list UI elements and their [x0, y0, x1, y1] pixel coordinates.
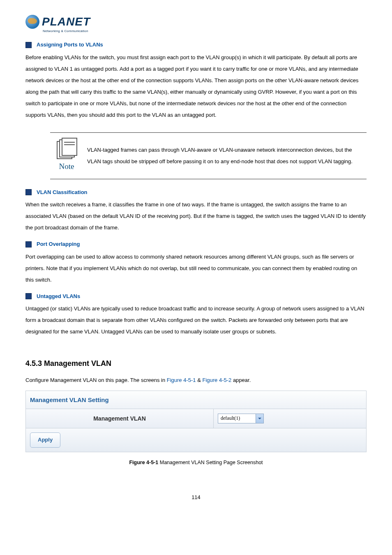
heading-text: VLAN Classification — [37, 187, 88, 198]
brand-logo: PLANET Networking & Communication — [25, 15, 367, 34]
heading-text: Port Overlapping — [37, 239, 80, 250]
heading-untagged-vlans: Untagged VLANs — [25, 291, 367, 302]
heading-vlan-classification: VLAN Classification — [25, 187, 367, 198]
heading-assigning-ports: Assigning Ports to VLANs — [25, 40, 367, 50]
note-text: VLAN-tagged frames can pass through VLAN… — [83, 144, 362, 167]
panel-row-mgmt-vlan: Management VLAN default(1) — [26, 409, 366, 429]
paragraph-mgmt-intro: Configure Management VLAN on this page. … — [25, 376, 367, 385]
figure-caption: Figure 4-5-1 Management VLAN Setting Pag… — [25, 458, 367, 468]
note-callout: Note VLAN-tagged frames can pass through… — [50, 132, 367, 179]
mgmt-vlan-setting-panel: Management VLAN Setting Management VLAN … — [25, 391, 367, 452]
mgmt-vlan-dropdown[interactable]: default(1) — [218, 414, 264, 423]
figure-link-4-5-2[interactable]: Figure 4-5-2 — [202, 377, 231, 383]
brand-tagline: Networking & Communication — [43, 28, 367, 34]
figure-caption-text: Management VLAN Setting Page Screenshot — [158, 460, 263, 465]
figure-caption-number: Figure 4-5-1 — [129, 460, 158, 465]
section-title-mgmt-vlan: 4.5.3 Management VLAN — [25, 356, 367, 370]
note-label: Note — [59, 159, 74, 174]
paragraph-untagged: Untagged (or static) VLANs are typically… — [25, 303, 367, 338]
apply-button-label: Apply — [38, 435, 53, 445]
paragraph-assigning: Before enabling VLANs for the switch, yo… — [25, 52, 367, 121]
heading-text: Assigning Ports to VLANs — [37, 40, 103, 50]
apply-button[interactable]: Apply — [30, 432, 60, 448]
paragraph-overlapping: Port overlapping can be used to allow ac… — [25, 251, 367, 286]
dropdown-value: default(1) — [218, 414, 256, 423]
panel-title: Management VLAN Setting — [26, 391, 366, 409]
page-number: 114 — [25, 493, 367, 503]
heading-text: Untagged VLANs — [37, 291, 80, 302]
square-bullet-icon — [25, 241, 32, 247]
globe-icon — [25, 15, 39, 29]
heading-port-overlapping: Port Overlapping — [25, 239, 367, 250]
square-bullet-icon — [25, 293, 32, 299]
intro-text-post: appear. — [231, 377, 251, 383]
square-bullet-icon — [25, 189, 32, 195]
paragraph-classification: When the switch receives a frame, it cla… — [25, 199, 367, 234]
intro-text-mid: & — [196, 377, 203, 383]
note-document-icon — [57, 138, 76, 157]
figure-link-4-5-1[interactable]: Figure 4-5-1 — [167, 377, 196, 383]
square-bullet-icon — [25, 42, 32, 48]
brand-name: PLANET — [42, 16, 90, 28]
row-label-mgmt-vlan: Management VLAN — [26, 409, 214, 428]
intro-text-pre: Configure Management VLAN on this page. … — [25, 377, 167, 383]
chevron-down-icon — [256, 414, 263, 423]
